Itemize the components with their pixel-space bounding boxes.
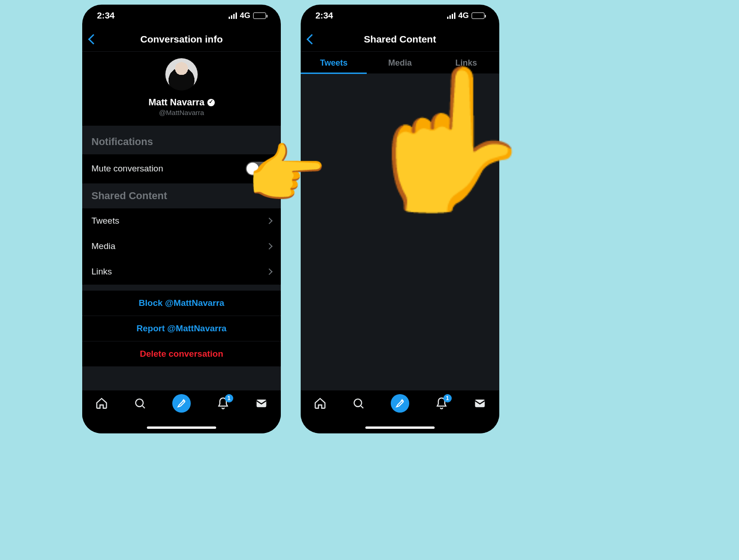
tabs: Tweets Media Links — [301, 52, 499, 74]
user-handle: @MattNavarra — [82, 109, 281, 116]
phone-right: 2:34 4G Shared Content Tweets Media Link… — [301, 5, 499, 433]
row-tweets[interactable]: Tweets — [82, 208, 281, 234]
avatar[interactable] — [165, 58, 198, 91]
phone-left: 2:34 4G Conversation info Matt Navarra @… — [82, 5, 281, 433]
notifications-icon[interactable]: 1 — [217, 397, 230, 412]
mute-label: Mute conversation — [91, 164, 163, 174]
network-label: 4G — [240, 11, 250, 20]
section-header-notifications: Notifications — [82, 126, 281, 154]
notifications-icon[interactable]: 1 — [435, 397, 448, 412]
back-icon[interactable] — [307, 34, 317, 44]
display-name: Matt Navarra — [148, 97, 214, 108]
chevron-right-icon — [266, 218, 273, 224]
home-icon[interactable] — [314, 397, 327, 412]
content-empty — [301, 74, 499, 393]
verified-icon — [207, 99, 215, 106]
action-delete[interactable]: Delete conversation — [82, 341, 281, 366]
page-title: Shared Content — [364, 34, 436, 45]
home-indicator[interactable] — [365, 426, 435, 429]
action-block[interactable]: Block @MattNavarra — [82, 290, 281, 316]
search-icon[interactable] — [352, 397, 365, 412]
battery-icon — [253, 12, 266, 19]
messages-icon[interactable] — [473, 397, 486, 412]
svg-point-2 — [354, 399, 362, 407]
compose-button[interactable] — [172, 394, 191, 413]
svg-point-0 — [136, 399, 143, 407]
status-bar: 2:34 4G — [82, 5, 281, 27]
mute-toggle[interactable] — [246, 162, 272, 176]
tab-media[interactable]: Media — [367, 52, 433, 73]
home-indicator[interactable] — [147, 426, 216, 429]
profile-block[interactable]: Matt Navarra @MattNavarra — [82, 52, 281, 126]
row-media[interactable]: Media — [82, 234, 281, 259]
tab-tweets[interactable]: Tweets — [301, 52, 367, 73]
nav-header: Shared Content — [301, 27, 499, 52]
compose-button[interactable] — [391, 394, 409, 413]
tab-bar: 1 — [301, 390, 499, 433]
signal-icon — [447, 12, 455, 19]
network-label: 4G — [458, 11, 469, 20]
clock: 2:34 — [315, 11, 333, 21]
status-bar: 2:34 4G — [301, 5, 499, 27]
tab-bar: 1 — [82, 390, 281, 433]
tab-links[interactable]: Links — [433, 52, 499, 73]
section-header-shared-content: Shared Content — [82, 183, 281, 208]
messages-icon[interactable] — [255, 397, 268, 412]
signal-icon — [229, 12, 237, 19]
clock: 2:34 — [97, 11, 115, 21]
back-icon[interactable] — [88, 34, 99, 44]
chevron-right-icon — [266, 268, 273, 275]
home-icon[interactable] — [95, 397, 108, 412]
action-report[interactable]: Report @MattNavarra — [82, 316, 281, 341]
page-title: Conversation info — [140, 34, 223, 45]
row-links[interactable]: Links — [82, 259, 281, 285]
nav-header: Conversation info — [82, 27, 281, 52]
notification-badge: 1 — [443, 394, 452, 402]
row-mute-conversation[interactable]: Mute conversation — [82, 154, 281, 183]
chevron-right-icon — [266, 243, 273, 250]
search-icon[interactable] — [133, 397, 146, 412]
notification-badge: 1 — [225, 394, 233, 402]
battery-icon — [472, 12, 485, 19]
